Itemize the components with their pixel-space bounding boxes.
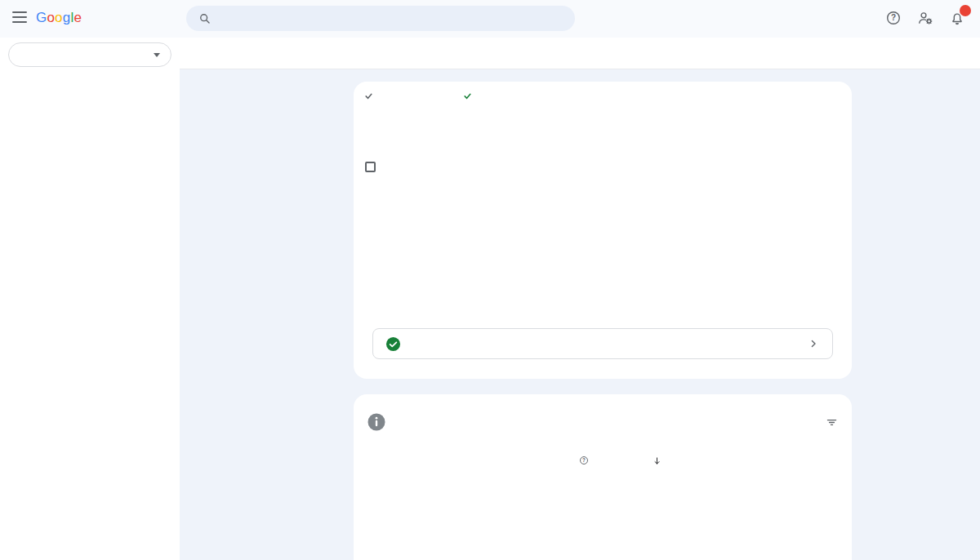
indexing-summary-card: ? ? <box>354 82 852 379</box>
svg-text:?: ? <box>538 137 541 143</box>
column-source[interactable]: ? <box>574 456 649 465</box>
indexed-chip[interactable]: ? <box>452 82 551 151</box>
portal-watermark-url <box>0 503 140 530</box>
hamburger-menu-icon[interactable] <box>12 11 27 23</box>
notifications-bell-icon[interactable] <box>949 10 965 26</box>
svg-text:?: ? <box>891 13 896 22</box>
table-header: ? <box>354 452 852 469</box>
property-swatch <box>20 48 33 62</box>
checkbox-unchecked-icon[interactable] <box>365 162 376 172</box>
view-indexed-data-banner[interactable] <box>372 328 833 359</box>
why-not-indexed-card: ? <box>354 394 852 560</box>
user-settings-icon[interactable] <box>917 10 933 26</box>
chevron-down-icon <box>154 53 160 57</box>
property-selector[interactable] <box>8 42 172 67</box>
chevron-right-icon <box>807 337 820 350</box>
notification-badge <box>960 5 971 16</box>
app-logo[interactable]: Google <box>36 10 85 26</box>
search-input[interactable] <box>222 12 564 24</box>
main-content: ? ? <box>180 69 980 560</box>
status-chips: ? ? <box>354 82 852 151</box>
check-circle-icon <box>385 336 401 352</box>
svg-text:?: ? <box>439 137 443 143</box>
chart-plot <box>384 197 829 289</box>
checkbox-checked-icon[interactable] <box>462 91 473 101</box>
portal-watermark-logo <box>0 471 112 507</box>
sort-arrow-down-icon <box>653 456 662 465</box>
impressions-toggle[interactable] <box>365 162 385 172</box>
help-icon[interactable]: ? <box>885 10 902 26</box>
search-icon <box>198 11 212 25</box>
top-app-bar: Google ? <box>0 0 980 38</box>
not-indexed-chip[interactable]: ? <box>354 82 452 151</box>
help-icon[interactable]: ? <box>435 135 446 145</box>
help-icon[interactable]: ? <box>534 135 545 145</box>
checkbox-checked-icon[interactable] <box>363 91 374 101</box>
help-icon[interactable]: ? <box>579 456 589 465</box>
indexing-chart <box>384 197 829 289</box>
svg-text:?: ? <box>582 457 586 463</box>
column-validation-sorted[interactable] <box>649 456 737 465</box>
url-inspection-searchbar[interactable] <box>186 6 575 31</box>
filter-icon[interactable] <box>825 412 839 433</box>
google-logo: Google <box>36 10 82 25</box>
info-icon <box>367 412 386 432</box>
